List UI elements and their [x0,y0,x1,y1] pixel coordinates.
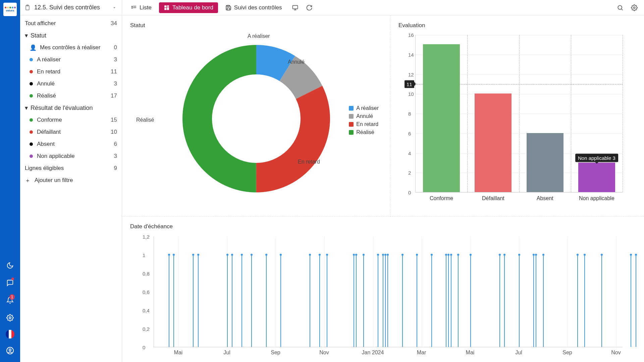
chat-icon[interactable] [5,276,15,290]
svg-rect-9 [164,5,166,7]
notifications-icon[interactable]: 1 [5,294,15,307]
chevron-down-icon[interactable] [111,5,118,10]
user-avatar-icon[interactable] [5,344,15,357]
line-chart[interactable]: 00,20,40,60,811,2MaiJulSepNovJan 2024Mar… [154,237,623,347]
svg-rect-15 [292,5,298,9]
dashboard-icon [164,5,170,11]
save-icon [225,5,231,11]
svg-rect-13 [227,8,230,10]
filter-group-eval[interactable]: ▾Résultat de l'évaluation [20,102,122,114]
bar-Défaillant[interactable]: Défaillant [475,94,512,192]
gear-icon[interactable] [629,2,640,13]
filter-item[interactable]: Conforme15 [20,114,122,126]
filter-show-all[interactable]: Tout afficher 34 [20,17,122,29]
svg-rect-5 [131,6,132,7]
svg-point-16 [618,5,622,9]
present-icon[interactable] [289,2,301,13]
svg-rect-11 [167,7,169,10]
filter-item[interactable]: Annulé3 [20,78,122,90]
axis-marker: 11 [405,80,414,88]
svg-rect-10 [167,5,169,7]
chart-deadline: Date d'échéance 00,20,40,60,811,2MaiJulS… [122,217,644,362]
svg-rect-12 [164,8,166,10]
filter-item[interactable]: Absent6 [20,138,122,150]
tab-liste[interactable]: Liste [126,2,156,13]
bar-Conforme[interactable]: Conforme [423,44,460,192]
svg-point-2 [9,349,11,351]
tab-tableau[interactable]: Tableau de bord [159,2,218,13]
filter-eligible[interactable]: Lignes éligibles 9 [20,162,122,174]
svg-rect-6 [131,7,132,8]
filter-item[interactable]: Réalisé17 [20,90,122,102]
svg-point-17 [634,7,635,8]
svg-point-22 [224,86,289,151]
svg-rect-14 [227,5,229,7]
filter-group-status[interactable]: ▾Statut [20,29,122,42]
nav-rail: values 1 [0,0,20,362]
settings-icon[interactable] [5,311,15,324]
filter-item[interactable]: 👤Mes contrôles à réaliser0 [20,42,122,54]
clipboard-icon [24,4,31,11]
donut-chart[interactable] [182,45,330,192]
page-title: 12.5. Suivi des contrôles [34,4,108,11]
refresh-icon[interactable] [304,2,315,13]
list-icon [131,5,137,11]
tab-suivi[interactable]: Suivi des contrôles [221,2,287,13]
add-filter-button[interactable]: ＋Ajouter un filtre [20,174,122,186]
dark-mode-icon[interactable] [5,259,15,272]
bar-Absent[interactable]: Absent [527,133,564,192]
bar-chart[interactable]: 0246810121416ConformeDéfaillantAbsentNon… [415,35,623,192]
filter-item[interactable]: Défaillant10 [20,126,122,138]
svg-rect-8 [133,7,136,8]
chart-statut: Statut A réaliserAnnuléEn retardRéalisé … [122,15,390,217]
view-tabs: Liste Tableau de bord Suivi des contrôle… [122,0,644,15]
svg-point-0 [9,317,11,319]
filter-item[interactable]: A réaliser3 [20,54,122,66]
chart-evaluation: Evaluation 11 0246810121416ConformeDéfai… [390,15,644,217]
filter-item[interactable]: Non applicable3 [20,150,122,162]
language-fr-icon[interactable] [6,330,14,339]
filter-item[interactable]: En retard11 [20,66,122,78]
app-logo[interactable]: values [3,3,17,16]
search-icon[interactable] [614,2,626,13]
bar-Non applicable[interactable]: Non applicable [578,163,615,192]
main-area: Liste Tableau de bord Suivi des contrôle… [122,0,644,362]
sidebar-header[interactable]: 12.5. Suivi des contrôles [20,0,122,15]
filter-sidebar: 12.5. Suivi des contrôles Tout afficher … [20,0,122,362]
svg-rect-7 [133,6,136,6]
